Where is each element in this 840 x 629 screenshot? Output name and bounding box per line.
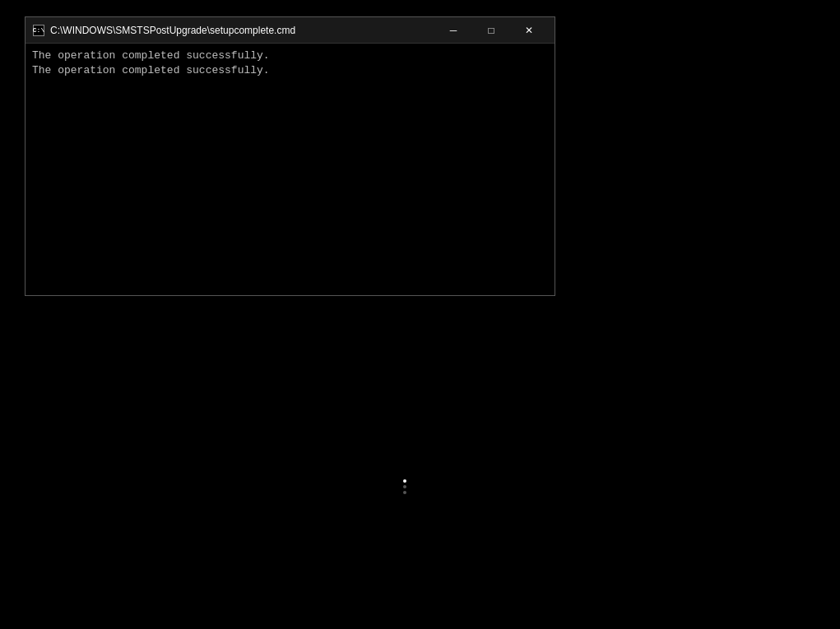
window-title: C:\WINDOWS\SMSTSPostUpgrade\setupcomplet… [50,25,434,36]
console-line-1: The operation completed successfully. [32,49,548,63]
window-icon: C:\ [32,24,45,37]
window-controls: ─ □ ✕ [434,17,548,44]
title-bar: C:\ C:\WINDOWS\SMSTSPostUpgrade\setupcom… [26,17,555,44]
spinner-dot-1 [403,479,406,483]
console-line-2: The operation completed successfully. [32,63,548,78]
spinner-dot-3 [403,491,406,494]
maximize-button[interactable]: □ [472,17,510,44]
console-body: The operation completed successfully. Th… [26,44,555,295]
loading-spinner [403,479,406,494]
cmd-icon: C:\ [33,25,44,36]
cmd-window: C:\ C:\WINDOWS\SMSTSPostUpgrade\setupcom… [25,16,555,296]
minimize-button[interactable]: ─ [434,17,472,44]
close-button[interactable]: ✕ [510,17,548,44]
spinner-dot-2 [403,485,406,488]
